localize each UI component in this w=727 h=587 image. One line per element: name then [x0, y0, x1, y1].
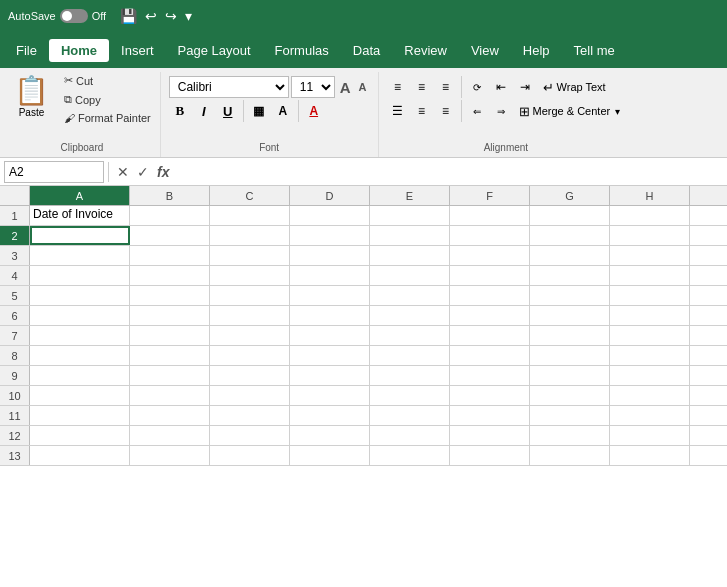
cell-H2[interactable] — [610, 226, 690, 245]
cell-A6[interactable] — [30, 306, 130, 325]
row-num-9[interactable]: 9 — [0, 366, 30, 385]
cell-H1[interactable] — [610, 206, 690, 225]
cell-F3[interactable] — [450, 246, 530, 265]
cell-C12[interactable] — [210, 426, 290, 445]
cell-F5[interactable] — [450, 286, 530, 305]
cell-C5[interactable] — [210, 286, 290, 305]
cell-B8[interactable] — [130, 346, 210, 365]
cell-C2[interactable] — [210, 226, 290, 245]
cell-E4[interactable] — [370, 266, 450, 285]
row-num-1[interactable]: 1 — [0, 206, 30, 225]
cell-D5[interactable] — [290, 286, 370, 305]
col-header-B[interactable]: B — [130, 186, 210, 205]
cell-H13[interactable] — [610, 446, 690, 465]
cell-E7[interactable] — [370, 326, 450, 345]
font-name-select[interactable]: Calibri Arial Times New Roman — [169, 76, 289, 98]
col-header-E[interactable]: E — [370, 186, 450, 205]
confirm-icon[interactable]: ✓ — [133, 164, 153, 180]
cell-B4[interactable] — [130, 266, 210, 285]
top-align-button[interactable]: ≡ — [387, 76, 409, 98]
cell-E9[interactable] — [370, 366, 450, 385]
cell-I9[interactable] — [690, 366, 727, 385]
cell-G11[interactable] — [530, 406, 610, 425]
cell-E10[interactable] — [370, 386, 450, 405]
format-painter-button[interactable]: 🖌 Format Painter — [59, 110, 156, 126]
cell-I11[interactable] — [690, 406, 727, 425]
cell-D4[interactable] — [290, 266, 370, 285]
menu-tell-me[interactable]: Tell me — [562, 39, 627, 62]
cell-C1[interactable] — [210, 206, 290, 225]
cell-A8[interactable] — [30, 346, 130, 365]
cell-E3[interactable] — [370, 246, 450, 265]
cell-H4[interactable] — [610, 266, 690, 285]
cell-C8[interactable] — [210, 346, 290, 365]
increase-font-size-button[interactable]: A — [337, 79, 354, 96]
cell-D11[interactable] — [290, 406, 370, 425]
cell-A3[interactable] — [30, 246, 130, 265]
right-align-button[interactable]: ≡ — [435, 100, 457, 122]
name-box[interactable] — [4, 161, 104, 183]
menu-file[interactable]: File — [4, 39, 49, 62]
cell-I4[interactable] — [690, 266, 727, 285]
menu-insert[interactable]: Insert — [109, 39, 166, 62]
cell-F12[interactable] — [450, 426, 530, 445]
border-button[interactable]: ▦ — [248, 100, 270, 122]
cell-C10[interactable] — [210, 386, 290, 405]
cut-button[interactable]: ✂ Cut — [59, 72, 156, 89]
row-num-6[interactable]: 6 — [0, 306, 30, 325]
row-num-8[interactable]: 8 — [0, 346, 30, 365]
undo-icon[interactable]: ↩ — [145, 8, 157, 24]
col-header-D[interactable]: D — [290, 186, 370, 205]
cell-H3[interactable] — [610, 246, 690, 265]
cell-B11[interactable] — [130, 406, 210, 425]
menu-view[interactable]: View — [459, 39, 511, 62]
cell-F6[interactable] — [450, 306, 530, 325]
cell-E12[interactable] — [370, 426, 450, 445]
cell-G13[interactable] — [530, 446, 610, 465]
cell-F7[interactable] — [450, 326, 530, 345]
cell-H12[interactable] — [610, 426, 690, 445]
row-num-13[interactable]: 13 — [0, 446, 30, 465]
cell-F11[interactable] — [450, 406, 530, 425]
cell-A10[interactable] — [30, 386, 130, 405]
wrap-text-button[interactable]: ↵ Wrap Text — [538, 77, 611, 98]
cell-A12[interactable] — [30, 426, 130, 445]
cell-D13[interactable] — [290, 446, 370, 465]
cell-B9[interactable] — [130, 366, 210, 385]
row-num-10[interactable]: 10 — [0, 386, 30, 405]
copy-button[interactable]: ⧉ Copy — [59, 91, 156, 108]
cell-B5[interactable] — [130, 286, 210, 305]
cell-C6[interactable] — [210, 306, 290, 325]
cell-F9[interactable] — [450, 366, 530, 385]
cell-A9[interactable] — [30, 366, 130, 385]
more-icon[interactable]: ▾ — [185, 8, 192, 24]
bottom-align-button[interactable]: ≡ — [435, 76, 457, 98]
left-align-button[interactable]: ☰ — [387, 100, 409, 122]
cell-I8[interactable] — [690, 346, 727, 365]
cancel-icon[interactable]: ✕ — [113, 164, 133, 180]
cell-I13[interactable] — [690, 446, 727, 465]
menu-page-layout[interactable]: Page Layout — [166, 39, 263, 62]
row-num-4[interactable]: 4 — [0, 266, 30, 285]
cell-F1[interactable] — [450, 206, 530, 225]
cell-H10[interactable] — [610, 386, 690, 405]
cell-G5[interactable] — [530, 286, 610, 305]
cell-H6[interactable] — [610, 306, 690, 325]
formula-input[interactable] — [173, 161, 723, 183]
cell-G10[interactable] — [530, 386, 610, 405]
cell-A11[interactable] — [30, 406, 130, 425]
cell-D2[interactable] — [290, 226, 370, 245]
bold-button[interactable]: B — [169, 100, 191, 122]
cell-B7[interactable] — [130, 326, 210, 345]
cell-F2[interactable] — [450, 226, 530, 245]
font-size-select[interactable]: 8910 111214 161820 242836 4872 — [291, 76, 335, 98]
save-icon[interactable]: 💾 — [120, 8, 137, 24]
row-num-5[interactable]: 5 — [0, 286, 30, 305]
cell-C13[interactable] — [210, 446, 290, 465]
cell-H8[interactable] — [610, 346, 690, 365]
cell-E2[interactable] — [370, 226, 450, 245]
cell-I1[interactable] — [690, 206, 727, 225]
rtl-button[interactable]: ⇐ — [466, 100, 488, 122]
paste-button[interactable]: 📋 Paste — [8, 72, 55, 126]
italic-button[interactable]: I — [193, 100, 215, 122]
